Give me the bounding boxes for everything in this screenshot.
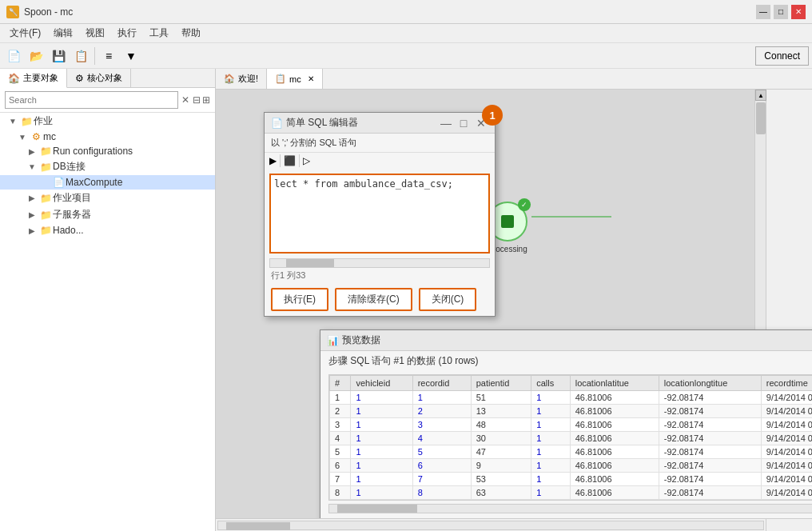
cell-r6-c4[interactable]: 1 xyxy=(531,473,570,486)
cell-r3-c5: 46.81006 xyxy=(570,432,659,445)
cell-r4-c0: 5 xyxy=(330,445,351,459)
connect-button[interactable]: Connect xyxy=(755,46,809,66)
folder-dbconn-icon: 📁 xyxy=(38,162,53,173)
cell-r5-c4[interactable]: 1 xyxy=(531,459,570,473)
cell-r2-c4[interactable]: 1 xyxy=(531,418,570,432)
tree-item-jobs[interactable]: ▼ 📁 作业 xyxy=(0,113,215,130)
sql-editor-content[interactable]: lect * from ambulance_data_csv; xyxy=(269,174,490,254)
preview-table-container[interactable]: # vehicleid recordid patientid calls loc… xyxy=(328,374,812,501)
maximize-button[interactable]: □ xyxy=(774,5,788,19)
collapse-icon[interactable]: ⊟ xyxy=(193,94,201,106)
cell-r4-c4[interactable]: 1 xyxy=(531,445,570,459)
menu-view[interactable]: 视图 xyxy=(79,25,111,42)
tree-item-projects[interactable]: ▶ 📁 作业项目 xyxy=(0,190,215,206)
app-icon: 🥄 xyxy=(6,6,19,18)
table-row: 71753146.81006-92.081749/14/2014 0:00N xyxy=(330,473,813,486)
cell-r7-c6: -92.08174 xyxy=(659,486,761,500)
cell-r3-c1[interactable]: 1 xyxy=(351,432,412,445)
menu-edit[interactable]: 编辑 xyxy=(47,25,79,42)
tab-welcome[interactable]: 🏠 欢迎! xyxy=(216,69,267,89)
sql-execute-button[interactable]: 执行(E) xyxy=(271,288,328,311)
bottom-hscrollbar[interactable] xyxy=(217,521,764,530)
cell-r6-c2[interactable]: 7 xyxy=(412,473,471,486)
tree-label-projects: 作业项目 xyxy=(53,191,91,205)
search-input[interactable] xyxy=(5,91,178,109)
cell-r4-c3: 47 xyxy=(471,445,531,459)
search-clear-icon[interactable]: ✕ xyxy=(181,94,189,106)
tree-item-dbconn[interactable]: ▼ 📁 DB连接 xyxy=(0,158,215,175)
tree-item-subserver[interactable]: ▶ 📁 子服务器 xyxy=(0,206,215,223)
cell-r7-c4[interactable]: 1 xyxy=(531,486,570,500)
tab-mc[interactable]: 📋 mc ✕ xyxy=(267,69,323,89)
cell-r2-c1[interactable]: 1 xyxy=(351,418,412,432)
folder-hadoop-icon: 📁 xyxy=(38,225,53,236)
tab-main-objects[interactable]: 🏠 主要对象 xyxy=(0,69,67,88)
sql-editor-dialog: 1 📄 简单 SQL 编辑器 — □ ✕ 以 ';' 分割的 SQL 语句 ▶ xyxy=(264,112,496,317)
cell-r1-c7: 9/14/2014 0:00 xyxy=(761,405,812,418)
toolbar-save[interactable]: 💾 xyxy=(48,46,69,66)
sql-editor-maximize[interactable]: □ xyxy=(456,116,471,130)
cell-r7-c2[interactable]: 8 xyxy=(412,486,471,500)
menu-file[interactable]: 文件(F) xyxy=(3,25,47,42)
cell-r3-c4[interactable]: 1 xyxy=(531,432,570,445)
run2-btn-icon[interactable]: ▷ xyxy=(303,155,310,166)
tab-welcome-label: 欢迎! xyxy=(238,73,258,85)
cell-r0-c4[interactable]: 1 xyxy=(531,391,570,405)
cell-r7-c1[interactable]: 1 xyxy=(351,486,412,500)
sql-close-button[interactable]: 关闭(C) xyxy=(419,288,477,311)
cell-r2-c2[interactable]: 3 xyxy=(412,418,471,432)
stop-btn-icon[interactable]: ⬛ xyxy=(284,155,296,166)
tree-item-runconfig[interactable]: ▶ 📁 Run configurations xyxy=(0,144,215,158)
scroll-up-btn[interactable]: ▲ xyxy=(755,90,766,101)
col-calls: calls xyxy=(531,376,570,391)
file-maxcompute-icon: 📄 xyxy=(51,177,66,188)
tab-close-icon[interactable]: ✕ xyxy=(308,74,314,83)
cell-r6-c1[interactable]: 1 xyxy=(351,473,412,486)
tab-core-objects[interactable]: ⚙ 核心对象 xyxy=(67,69,131,87)
tree-label-subserver: 子服务器 xyxy=(53,208,91,222)
cell-r1-c2[interactable]: 2 xyxy=(412,405,471,418)
menu-tools[interactable]: 工具 xyxy=(143,25,175,42)
main-objects-icon: 🏠 xyxy=(8,73,20,84)
cell-r4-c2[interactable]: 5 xyxy=(412,445,471,459)
toolbar-arrow[interactable]: ▼ xyxy=(121,46,141,66)
preview-hscrollbar[interactable] xyxy=(328,504,812,513)
run-btn-icon[interactable]: ▶ xyxy=(269,155,277,166)
cell-r4-c1[interactable]: 1 xyxy=(351,445,412,459)
menu-run[interactable]: 执行 xyxy=(111,25,143,42)
close-button[interactable]: ✕ xyxy=(791,5,806,19)
toolbar-layers[interactable]: ≡ xyxy=(98,46,119,66)
cell-r5-c1[interactable]: 1 xyxy=(351,459,412,473)
cell-r0-c2[interactable]: 1 xyxy=(412,391,471,405)
cell-r1-c1[interactable]: 1 xyxy=(351,405,412,418)
app-title: Spoon - mc xyxy=(24,6,73,18)
table-row: 51547146.81006-92.081749/14/2014 0:00S xyxy=(330,445,813,459)
tree-item-maxcompute[interactable]: 📄 MaxCompute xyxy=(0,175,215,190)
cell-r7-c0: 8 xyxy=(330,486,351,500)
cell-r0-c1[interactable]: 1 xyxy=(351,391,412,405)
toolbar-new[interactable]: 📄 xyxy=(3,46,24,66)
cell-r1-c4[interactable]: 1 xyxy=(531,405,570,418)
sql-editor-minimize[interactable]: — xyxy=(439,116,453,130)
cell-r6-c0: 7 xyxy=(330,473,351,486)
minimize-button[interactable]: — xyxy=(756,5,770,19)
expand-icon[interactable]: ⊞ xyxy=(202,94,210,106)
scrollbar-thumb xyxy=(286,259,334,267)
preview-icon: 📊 xyxy=(327,335,339,346)
menu-help[interactable]: 帮助 xyxy=(175,25,207,42)
cell-r2-c5: 46.81006 xyxy=(570,418,659,432)
cell-r5-c2[interactable]: 6 xyxy=(412,459,471,473)
toolbar-open[interactable]: 📂 xyxy=(26,46,46,66)
table-row: 41430146.81006-92.081749/14/2014 0:00W xyxy=(330,432,813,445)
sql-horizontal-scrollbar[interactable] xyxy=(269,258,490,268)
tab-mc-label: mc xyxy=(289,74,301,84)
preview-title-bar: 📊 预览数据 — □ ✕ xyxy=(320,330,812,351)
col-vehicleid: vehicleid xyxy=(351,376,412,391)
sql-clear-button[interactable]: 清除缓存(C) xyxy=(335,288,412,311)
tree-item-hadoop[interactable]: ▶ 📁 Hado... xyxy=(0,223,215,238)
cell-r7-c3: 63 xyxy=(471,486,531,500)
cell-r3-c2[interactable]: 4 xyxy=(412,432,471,445)
tree-item-mc[interactable]: ▼ ⚙ mc xyxy=(0,130,215,144)
connection-line-right xyxy=(531,216,611,218)
toolbar-saveas[interactable]: 📋 xyxy=(70,46,91,66)
